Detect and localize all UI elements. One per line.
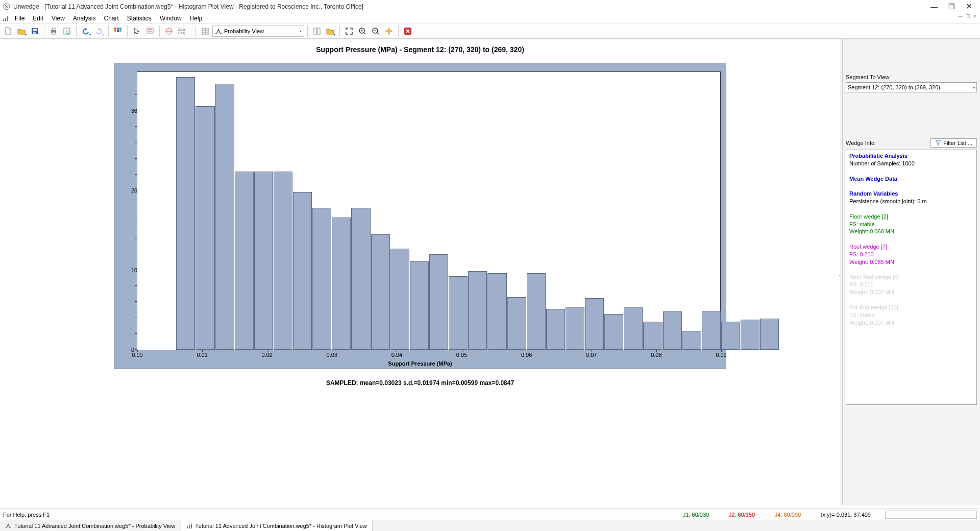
cascade-windows-button[interactable]: ▾ (324, 25, 336, 37)
menu-chart[interactable]: Chart (101, 14, 122, 23)
bell-curve-icon (215, 28, 222, 35)
wedge-info-label: Wedge Info: (846, 140, 876, 146)
status-help: For Help, press F1 (3, 512, 50, 518)
workspace: Support Pressure (MPa) - Segment 12: (27… (0, 39, 980, 505)
mdi-restore-icon[interactable]: ❐ (966, 14, 970, 19)
close-button[interactable]: ✕ (965, 3, 973, 11)
undo-button[interactable]: ▾ (80, 25, 92, 37)
histogram-bar (487, 273, 506, 350)
statusbar: For Help, press F1 J1: 60/030 J2: 60/150… (0, 509, 980, 520)
svg-rect-14 (119, 28, 121, 30)
grid-view-button[interactable] (112, 25, 124, 37)
histogram-bar (176, 77, 195, 350)
status-input[interactable] (885, 511, 977, 519)
app-icon (3, 3, 10, 10)
select-button[interactable] (131, 25, 143, 37)
svg-rect-41 (191, 524, 192, 528)
zoom-out-button[interactable] (370, 25, 382, 37)
stereonet-button[interactable] (163, 25, 175, 37)
mdi-close-icon[interactable]: ✕ (973, 14, 977, 19)
tab-histogram-view[interactable]: Tutorial 11 Advanced Joint Combination.w… (181, 520, 373, 531)
info-num-samples: Number of Samples: 1000 (849, 160, 973, 167)
tab-probability-view[interactable]: Tutorial 11 Advanced Joint Combination.w… (0, 520, 181, 531)
svg-rect-29 (314, 28, 316, 34)
menu-window[interactable]: Window (156, 14, 185, 23)
svg-rect-2 (5, 18, 6, 21)
histogram-bar (566, 307, 584, 350)
svg-rect-16 (117, 30, 119, 32)
info-near-fs: FS: 0.210 (849, 281, 973, 288)
histogram-bar (390, 249, 409, 350)
segment-label: Segment To View: (846, 74, 977, 80)
mdi-minimize-icon[interactable]: — (958, 14, 963, 19)
histogram-bar (507, 297, 526, 350)
histogram-bar (274, 172, 292, 350)
view-selector-label: Probability View (224, 28, 264, 34)
histogram-bar (527, 273, 546, 350)
menu-view[interactable]: View (48, 14, 68, 23)
svg-rect-13 (117, 28, 119, 30)
menu-file[interactable]: File (11, 14, 28, 23)
status-xy: (x,y)= 0.031, 37.409 (817, 512, 875, 518)
svg-rect-12 (114, 28, 116, 30)
histogram-bar (702, 311, 721, 350)
filter-list-button[interactable]: Filter List ... (930, 138, 977, 148)
close-view-button[interactable] (402, 25, 414, 37)
minimize-button[interactable]: — (930, 3, 938, 11)
info-mean-wedge: Mean Wedge Data (849, 175, 973, 183)
svg-text:(134): (134) (178, 32, 185, 35)
info-far-weight: Weight: 0.007 MN (849, 319, 973, 327)
x-axis-label: Support Pressure (MPa) (388, 360, 452, 367)
chart-frame: Relative Frequency Support Pressure (MPa… (114, 63, 726, 369)
svg-text:[233]: [233] (178, 28, 185, 31)
y-tick-label: 10 (131, 267, 134, 273)
info-roof-weight: Weight: 0.085 MN (849, 258, 973, 266)
svg-rect-5 (33, 29, 37, 31)
histogram-bar (624, 307, 643, 350)
print-preview-button[interactable] (61, 25, 73, 37)
histogram-bar (429, 254, 448, 350)
histogram-bar (293, 192, 312, 350)
svg-rect-18 (147, 28, 153, 33)
maximize-button[interactable]: ❐ (947, 3, 955, 11)
view-selector[interactable]: Probability View ▾ (212, 26, 304, 37)
svg-rect-1 (3, 19, 4, 21)
segment-select[interactable]: Segment 12: (270, 320) to (269, 320) ▾ (846, 82, 977, 92)
svg-rect-6 (33, 32, 36, 34)
zoom-extents-button[interactable] (343, 25, 355, 37)
open-file-button[interactable]: ▾ (15, 25, 28, 37)
chart-plot-area[interactable]: 01020300.000.010.020.030.040.050.060.070… (137, 71, 721, 350)
table-button[interactable] (199, 25, 211, 37)
info-roof-wedge: Roof wedge [7] (849, 243, 973, 251)
menu-help[interactable]: Help (186, 14, 206, 23)
menu-edit[interactable]: Edit (29, 14, 47, 23)
app-menu-icon (2, 15, 9, 22)
zoom-in-button[interactable] (356, 25, 369, 37)
svg-line-32 (364, 33, 365, 34)
y-tick-label: 30 (131, 108, 134, 114)
info-far-wedge: Far End wedge [10] (849, 304, 973, 311)
tile-windows-button[interactable] (311, 25, 323, 37)
histogram-stats-button[interactable]: [233](134) (176, 25, 192, 37)
histogram-bar (760, 319, 779, 350)
redo-button[interactable]: ▾ (93, 25, 105, 37)
new-file-button[interactable] (2, 25, 14, 37)
info-near-weight: Weight: 0.007 MN (849, 288, 973, 296)
info-floor-wedge: Floor wedge [2] (849, 213, 973, 221)
document-tabs: Tutorial 11 Advanced Joint Combination.w… (0, 520, 980, 531)
print-button[interactable] (47, 25, 60, 37)
window-controls: — ❐ ✕ (926, 3, 977, 11)
pan-button[interactable] (383, 25, 395, 37)
status-j4: J4: 60/090 (771, 512, 812, 518)
data-tips-button[interactable] (144, 25, 156, 37)
histogram-bar (604, 314, 623, 350)
menu-analysis[interactable]: Analysis (69, 14, 100, 23)
save-button[interactable] (29, 25, 41, 37)
window-title: Unwedge - [Tutorial 11 Advanced Joint Co… (13, 3, 926, 10)
info-roof-fs: FS: 0.210 (849, 251, 973, 258)
info-floor-fs: FS: stable (849, 221, 973, 228)
status-j1: J1: 60/030 (679, 512, 720, 518)
info-rand-vars: Random Variables (849, 190, 973, 198)
histogram-bar (371, 234, 390, 350)
menu-statistics[interactable]: Statistics (124, 14, 155, 23)
